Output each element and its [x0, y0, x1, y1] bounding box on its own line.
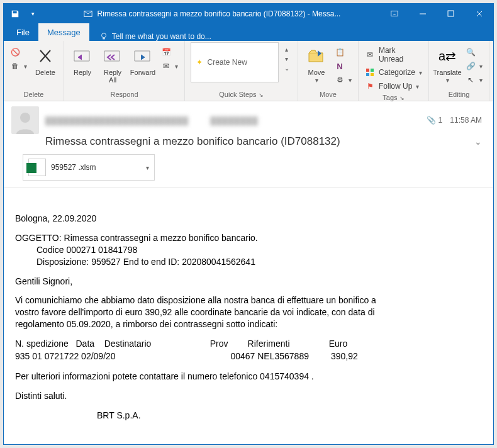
excel-file-icon	[28, 159, 46, 176]
outlook-message-window: ▾ Rimessa contrassegni a mezzo bonifico …	[3, 3, 494, 445]
close-button[interactable]	[465, 4, 493, 23]
ribbon-group-zoom: Zoom Zoom	[489, 41, 497, 101]
junk-button[interactable]: 🗑▾	[8, 60, 30, 72]
ribbon-group-respond: Reply Reply All Forward 📅 ✉▾ Respond	[64, 41, 185, 101]
actions-button[interactable]: ⚙▾	[332, 74, 354, 86]
titlebar: ▾ Rimessa contrassegni a mezzo bonifico …	[4, 4, 493, 23]
envelope-icon: ✉	[365, 50, 375, 60]
related-icon: 🔗	[466, 61, 476, 71]
attachment-filename: 959527 .xlsm	[51, 163, 141, 172]
meeting-icon: 📅	[161, 47, 171, 57]
body-greeting: Gentili Signori,	[15, 276, 482, 288]
move-folder-icon	[306, 45, 327, 67]
body-shipment-table: N. spedizione Data Destinatario Prov Rif…	[15, 338, 482, 363]
rules-button[interactable]: 📋	[332, 46, 354, 59]
sender-address: ████████████████████████	[45, 116, 189, 125]
onenote-button[interactable]: N	[332, 60, 354, 72]
tab-message[interactable]: Message	[38, 23, 89, 41]
translate-icon: a⇄	[438, 45, 456, 67]
ignore-icon: 🚫	[10, 47, 20, 57]
categorize-icon	[365, 67, 375, 77]
junk-icon: 🗑	[10, 61, 20, 71]
lightbulb-icon	[99, 32, 108, 41]
ribbon-group-editing: a⇄ Translate▾ 🔍 🔗▾ ↖▾ Editing	[429, 41, 489, 101]
svg-point-4	[101, 33, 106, 38]
svg-rect-8	[371, 73, 374, 76]
forward-button[interactable]: Forward	[128, 42, 157, 76]
onenote-icon: N	[335, 61, 345, 71]
paperclip-icon: 📎	[427, 116, 436, 125]
delete-icon	[36, 45, 54, 67]
attachment-dropdown-icon[interactable]: ▾	[146, 164, 149, 171]
body-oggetto-block: OGGETTO: Rimessa contrassegni a mezzo bo…	[15, 232, 482, 268]
ribbon-group-delete: 🚫 🗑▾ Delete Delete	[4, 41, 64, 101]
ribbon: 🚫 🗑▾ Delete Delete Reply Reply All	[4, 41, 493, 101]
minimize-button[interactable]	[408, 4, 437, 23]
reply-all-icon	[102, 45, 123, 67]
chevron-up-icon[interactable]: ▴	[285, 46, 288, 53]
reply-icon	[72, 45, 93, 67]
body-location-date: Bologna, 22.09.2020	[15, 213, 482, 225]
find-button[interactable]: 🔍	[463, 46, 485, 59]
reply-all-button[interactable]: Reply All	[98, 42, 127, 84]
categorize-button[interactable]: Categorize ▾	[362, 66, 425, 79]
attachment-chip[interactable]: 959527 .xlsm ▾	[23, 154, 155, 181]
received-time: 11:58 AM	[450, 116, 482, 125]
attachment-indicator[interactable]: 📎 1	[427, 116, 442, 125]
tab-file[interactable]: File	[8, 24, 38, 41]
forward-icon	[132, 45, 154, 67]
svg-rect-3	[448, 11, 454, 16]
ribbon-group-quicksteps: ✦ Create New ▴ ▾ ⌄ Quick Steps ↘	[185, 41, 298, 101]
body-closing: Distinti saluti.	[15, 390, 482, 402]
save-icon[interactable]	[8, 6, 23, 21]
message-body[interactable]: Bologna, 22.09.2020 OGGETTO: Rimessa con…	[4, 188, 493, 444]
sender-avatar	[11, 106, 39, 134]
body-signature: BRT S.p.A.	[15, 410, 482, 422]
from-line: ████████████████████████ ████████	[45, 115, 427, 126]
maximize-button[interactable]	[437, 4, 465, 23]
quick-access-toolbar: ▾	[4, 6, 44, 21]
svg-rect-5	[366, 69, 369, 72]
message-header: ████████████████████████ ████████ 📎 1 11…	[4, 101, 493, 188]
tell-me-search[interactable]: Tell me what you want to do...	[89, 32, 211, 41]
expand-icon[interactable]: ⌄	[284, 65, 289, 72]
reply-button[interactable]: Reply	[68, 42, 97, 76]
sparkle-icon: ✦	[196, 58, 203, 67]
mark-unread-button[interactable]: ✉Mark Unread	[362, 45, 425, 65]
meeting-button[interactable]: 📅	[159, 46, 181, 59]
ribbon-group-move: Move▾ 📋 N ⚙▾ Move	[298, 41, 359, 101]
translate-button[interactable]: a⇄ Translate▾	[433, 42, 462, 84]
move-button[interactable]: Move▾	[302, 42, 331, 84]
select-button[interactable]: ↖▾	[463, 74, 485, 86]
svg-rect-6	[371, 69, 374, 72]
delete-button[interactable]: Delete	[31, 42, 60, 76]
collapse-header-icon[interactable]: ⌄	[474, 137, 482, 147]
chevron-down-icon[interactable]: ▾	[285, 55, 288, 62]
mail-icon	[84, 9, 92, 18]
ribbon-group-tags: ✉Mark Unread Categorize ▾ ⚑Follow Up ▾ T…	[359, 41, 429, 101]
follow-up-button[interactable]: ⚑Follow Up ▾	[362, 80, 425, 92]
body-paragraph-1: Vi comunichiamo che abbiamo dato disposi…	[15, 294, 380, 330]
more-icon: ✉	[161, 61, 171, 71]
related-button[interactable]: 🔗▾	[463, 60, 485, 72]
ribbon-tabs: File Message Tell me what you want to do…	[4, 23, 493, 41]
find-icon: 🔍	[466, 47, 476, 57]
ignore-button[interactable]: 🚫	[8, 46, 30, 59]
pointer-icon: ↖	[466, 75, 476, 85]
more-respond-button[interactable]: ✉▾	[159, 60, 181, 72]
quickstep-create-new[interactable]: ✦ Create New	[191, 42, 279, 82]
window-title: Rimessa contrassegni a mezzo bonifico ba…	[44, 9, 380, 18]
svg-point-11	[20, 113, 30, 123]
zoom-button[interactable]: Zoom	[493, 42, 497, 76]
actions-icon: ⚙	[335, 75, 345, 85]
flag-icon: ⚑	[365, 81, 375, 91]
qat-dropdown-icon[interactable]: ▾	[25, 6, 40, 21]
rules-icon: 📋	[335, 47, 345, 57]
body-paragraph-2: Per ulteriori informazioni potete contat…	[15, 371, 482, 383]
recipient-address: ████████	[211, 116, 259, 125]
window-controls	[380, 4, 493, 23]
svg-rect-7	[366, 73, 369, 76]
ribbon-display-icon[interactable]	[380, 4, 408, 23]
message-subject: Rimessa contrassegni a mezzo bonifico ba…	[11, 135, 474, 148]
